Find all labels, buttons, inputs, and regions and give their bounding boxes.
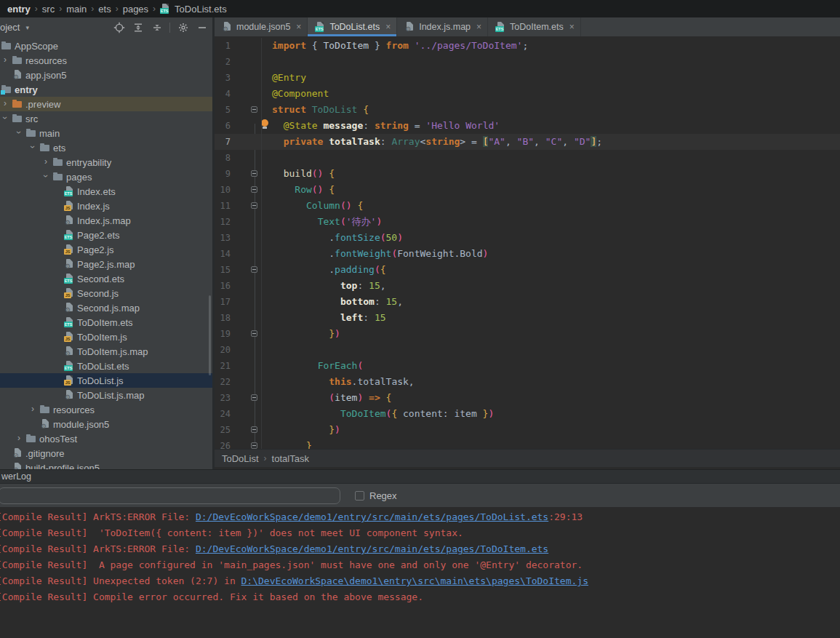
code-line[interactable]: 9 build() {: [215, 166, 840, 182]
tree-item-page2-js-map[interactable]: ⚙Page2.js.map: [0, 257, 212, 271]
search-input[interactable]: [0, 487, 340, 504]
code-line[interactable]: 18 left: 15: [215, 310, 840, 326]
tree-item-todolist-js[interactable]: JSToDoList.js: [0, 373, 212, 388]
tool-window-header[interactable]: werLog: [0, 469, 840, 484]
tree-item-pages[interactable]: ›pages: [0, 170, 212, 184]
code-line[interactable]: 23 (item) => {: [215, 390, 840, 406]
console-link[interactable]: D:\DevEcoWorkSpace\demo1\entry\src\main\…: [241, 575, 588, 586]
tree-item-page2-js[interactable]: JSPage2.js: [0, 242, 212, 257]
code-line[interactable]: 14 .fontWeight(FontWeight.Bold): [215, 246, 840, 262]
tab-index-js-map[interactable]: ⚙Index.js.map×: [397, 17, 488, 36]
code-area[interactable]: 1import { ToDoItem } from '../pages/ToDo…: [215, 36, 840, 449]
code-line[interactable]: 12 Text('待办'): [215, 214, 840, 230]
fold-marker-icon[interactable]: [251, 394, 257, 401]
chevron-right-icon[interactable]: ›: [1, 98, 9, 108]
breadcrumb-item[interactable]: pages: [123, 4, 148, 15]
code-line[interactable]: 2: [215, 54, 840, 70]
code-line[interactable]: 15 .padding({: [215, 262, 840, 278]
breadcrumb-item[interactable]: main: [66, 4, 87, 15]
close-icon[interactable]: ×: [385, 22, 391, 32]
regex-checkbox[interactable]: [355, 491, 364, 501]
tree-item-appscope[interactable]: AppScope: [0, 39, 212, 53]
tree-item-todoitem-js[interactable]: JSToDoItem.js: [0, 330, 212, 344]
tree-item-second-js-map[interactable]: ⚙Second.js.map: [0, 300, 212, 315]
expand-all-icon[interactable]: [132, 21, 144, 33]
fold-marker-icon[interactable]: [251, 330, 257, 337]
close-icon[interactable]: ×: [476, 22, 481, 32]
tree-item-index-js-map[interactable]: ⚙Index.js.map: [0, 213, 212, 228]
console-link[interactable]: D:/DevEcoWorkSpace/demo1/entry/src/main/…: [196, 511, 548, 522]
tree-item-ohostest[interactable]: ›ohosTest: [0, 431, 212, 446]
code-line[interactable]: 7 private totalTask: Array<string> = ["A…: [215, 134, 840, 150]
code-line[interactable]: 22 this.totalTask,: [215, 374, 840, 390]
code-line[interactable]: 1import { ToDoItem } from '../pages/ToDo…: [215, 38, 840, 54]
code-line[interactable]: 10 Row() {: [215, 182, 840, 198]
fold-marker-icon[interactable]: [251, 426, 257, 433]
chevron-right-icon[interactable]: ›: [1, 55, 9, 65]
code-line[interactable]: 11 Column() {: [215, 198, 840, 214]
tree-item-second-ets[interactable]: ETSSecond.ets: [0, 271, 212, 286]
code-line[interactable]: 17 bottom: 15,: [215, 294, 840, 310]
chevron-down-icon[interactable]: ›: [28, 143, 38, 151]
collapse-all-icon[interactable]: [151, 21, 163, 33]
settings-icon[interactable]: [177, 21, 189, 33]
hide-icon[interactable]: [196, 21, 208, 33]
locate-icon[interactable]: [113, 21, 125, 33]
code-line[interactable]: 8: [215, 150, 840, 166]
code-line[interactable]: 19 }): [215, 326, 840, 342]
console-link[interactable]: D:/DevEcoWorkSpace/demo1/entry/src/main/…: [196, 543, 548, 554]
chevron-down-icon[interactable]: ›: [14, 129, 24, 136]
code-line[interactable]: 3@Entry: [215, 70, 840, 86]
code-line[interactable]: 13 .fontSize(50): [215, 230, 840, 246]
tree-item--preview[interactable]: ›.preview: [0, 97, 212, 111]
tree-item-page2-ets[interactable]: ETSPage2.ets: [0, 228, 212, 242]
chevron-right-icon[interactable]: ›: [29, 404, 36, 414]
tree-scrollbar[interactable]: [209, 295, 211, 375]
tree-item-ets[interactable]: ›ets: [0, 140, 212, 155]
code-line[interactable]: 5struct ToDoList {: [215, 102, 840, 118]
chevron-down-icon[interactable]: ▾: [25, 24, 29, 31]
tree-item-resources[interactable]: ›resources: [0, 402, 212, 417]
fold-marker-icon[interactable]: [251, 202, 257, 209]
tree-item-todoitem-ets[interactable]: ETSToDoItem.ets: [0, 315, 212, 330]
fold-marker-icon[interactable]: [251, 266, 257, 273]
fold-marker-icon[interactable]: [251, 442, 257, 449]
tree-item-todolist-ets[interactable]: ETSToDoList.ets: [0, 359, 212, 373]
tab-todolist-ets[interactable]: ETSToDoList.ets×: [308, 17, 397, 36]
code-line[interactable]: 24 ToDoItem({ content: item }): [215, 406, 840, 422]
breadcrumb-item[interactable]: entry: [7, 4, 31, 15]
code-line[interactable]: 26 }: [215, 438, 840, 449]
breadcrumb-item[interactable]: ets: [98, 4, 111, 15]
tree-item-second-js[interactable]: JSSecond.js: [0, 286, 212, 300]
tree-item-index-ets[interactable]: ETSIndex.ets: [0, 184, 212, 199]
breadcrumb-item[interactable]: ToDoList.ets: [175, 4, 227, 15]
tree-item-entry[interactable]: entry: [0, 82, 212, 97]
tree-item-resources[interactable]: ›resources: [0, 53, 212, 68]
code-line[interactable]: 16 top: 15,: [215, 278, 840, 294]
code-line[interactable]: 20: [215, 342, 840, 358]
editor-breadcrumb-item[interactable]: ToDoList: [222, 453, 259, 464]
fold-marker-icon[interactable]: [251, 170, 257, 177]
tree-item-src[interactable]: ›src: [0, 111, 212, 126]
fold-marker-icon[interactable]: [251, 186, 257, 193]
code-line[interactable]: 4@Component: [215, 86, 840, 102]
tree-item-build-profile-json5[interactable]: ⚙build-profile.json5: [0, 460, 212, 469]
close-icon[interactable]: ×: [296, 22, 301, 32]
breadcrumb-item[interactable]: src: [42, 4, 55, 15]
editor-breadcrumb-item[interactable]: totalTask: [272, 453, 309, 464]
code-line[interactable]: 25 }): [215, 422, 840, 438]
tab-todoitem-ets[interactable]: ETSToDoItem.ets×: [488, 17, 581, 36]
chevron-down-icon[interactable]: ›: [0, 114, 10, 121]
tree-item-todolist-js-map[interactable]: ⚙ToDoList.js.map: [0, 388, 212, 402]
chevron-right-icon[interactable]: ›: [15, 433, 23, 443]
code-line[interactable]: 6 @State message: string = 'Hello World': [215, 118, 840, 134]
tree-item-todoitem-js-map[interactable]: ⚙ToDoItem.js.map: [0, 344, 212, 359]
project-view-selector[interactable]: oject: [0, 22, 20, 33]
tree-item-entryability[interactable]: ›entryability: [0, 155, 212, 170]
tab-module-json5[interactable]: ⚙module.json5×: [215, 17, 308, 36]
tree-item-main[interactable]: ›main: [0, 126, 212, 140]
tree-item-index-js[interactable]: JSIndex.js: [0, 199, 212, 213]
tree-item--gitignore[interactable]: ⊘.gitignore: [0, 446, 212, 460]
tree-item-module-json5[interactable]: ⚙module.json5: [0, 417, 212, 431]
tree-item-app-json5[interactable]: ⚙app.json5: [0, 68, 212, 82]
